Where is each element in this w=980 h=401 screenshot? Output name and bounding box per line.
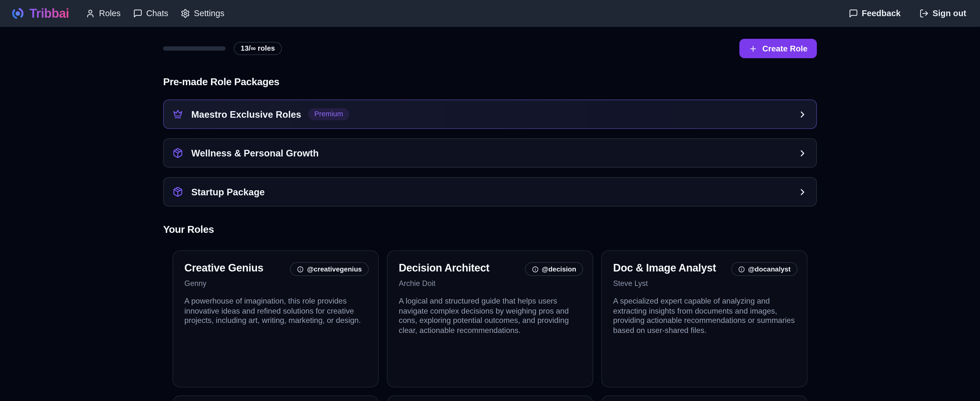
role-handle: @docanalyst bbox=[748, 265, 791, 273]
role-card-partial[interactable] bbox=[601, 395, 808, 401]
nav-label: Chats bbox=[146, 9, 168, 18]
package-row-maestro[interactable]: Maestro Exclusive Roles Premium bbox=[163, 99, 817, 129]
top-nav-bar: Tribbai Roles Chats Settings bbox=[0, 0, 980, 27]
role-cards-grid: Creative Genius @creativegenius Genny A … bbox=[163, 250, 817, 387]
package-name: Startup Package bbox=[191, 187, 264, 197]
brand-wordmark: Tribbai bbox=[29, 6, 69, 21]
secondary-nav: Feedback Sign out bbox=[848, 9, 966, 18]
package-row-startup[interactable]: Startup Package bbox=[163, 177, 817, 206]
role-title: Creative Genius bbox=[185, 262, 263, 275]
nav-label: Feedback bbox=[862, 9, 900, 18]
package-name: Maestro Exclusive Roles bbox=[191, 109, 301, 120]
info-icon bbox=[531, 266, 538, 273]
package-icon bbox=[172, 187, 183, 197]
chevron-right-icon bbox=[798, 109, 808, 119]
nav-label: Roles bbox=[99, 9, 121, 18]
role-handle-badge[interactable]: @decision bbox=[525, 262, 583, 276]
role-handle: @creativegenius bbox=[307, 265, 362, 273]
role-subtitle: Archie Doit bbox=[399, 279, 583, 288]
role-description: A specialized expert capable of analyzin… bbox=[613, 297, 798, 335]
role-description: A powerhouse of imagination, this role p… bbox=[185, 297, 369, 326]
role-card-partial[interactable] bbox=[172, 395, 379, 401]
message-square-icon bbox=[848, 9, 858, 18]
create-role-button[interactable]: Create Role bbox=[739, 39, 817, 58]
user-icon bbox=[86, 9, 95, 18]
role-card-decision-architect[interactable]: Decision Architect @decision Archie Doit… bbox=[387, 250, 593, 387]
roles-progress-bar bbox=[163, 46, 226, 51]
gear-icon bbox=[181, 9, 190, 18]
brand-home-link[interactable]: Tribbai bbox=[11, 6, 69, 21]
info-icon bbox=[297, 266, 304, 273]
role-card-doc-image-analyst[interactable]: Doc & Image Analyst @docanalyst Steve Ly… bbox=[601, 250, 808, 387]
chevron-right-icon bbox=[798, 187, 808, 197]
role-handle: @decision bbox=[542, 265, 576, 273]
role-handle-badge[interactable]: @creativegenius bbox=[290, 262, 369, 276]
role-card-creative-genius[interactable]: Creative Genius @creativegenius Genny A … bbox=[172, 250, 379, 387]
tribbai-logo-icon bbox=[11, 7, 24, 20]
roles-count-badge: 13/∞ roles bbox=[234, 42, 282, 55]
role-subtitle: Genny bbox=[185, 279, 369, 288]
package-icon bbox=[172, 148, 183, 158]
role-card-partial[interactable] bbox=[387, 395, 593, 401]
plus-icon bbox=[749, 44, 757, 53]
package-name: Wellness & Personal Growth bbox=[191, 148, 318, 158]
role-description: A logical and structured guide that help… bbox=[399, 297, 583, 335]
card-header: Decision Architect @decision bbox=[399, 262, 583, 276]
log-out-icon bbox=[920, 9, 929, 18]
packages-section-title: Pre-made Role Packages bbox=[163, 76, 817, 88]
role-handle-badge[interactable]: @docanalyst bbox=[731, 262, 797, 276]
nav-item-settings[interactable]: Settings bbox=[181, 9, 224, 18]
primary-nav: Roles Chats Settings bbox=[86, 9, 224, 18]
info-icon bbox=[738, 266, 745, 273]
role-subtitle: Steve Lyst bbox=[613, 279, 798, 288]
chevron-right-icon bbox=[798, 148, 808, 158]
crown-icon bbox=[172, 109, 183, 120]
roles-toolbar: 13/∞ roles Create Role bbox=[163, 39, 817, 58]
card-header: Doc & Image Analyst @docanalyst bbox=[613, 262, 798, 276]
card-header: Creative Genius @creativegenius bbox=[185, 262, 369, 276]
package-row-wellness[interactable]: Wellness & Personal Growth bbox=[163, 138, 817, 168]
nav-label: Sign out bbox=[932, 9, 966, 18]
message-square-icon bbox=[133, 9, 142, 18]
sign-out-button[interactable]: Sign out bbox=[920, 9, 966, 18]
create-role-label: Create Role bbox=[762, 44, 808, 53]
premium-badge: Premium bbox=[308, 108, 349, 120]
main-content: 13/∞ roles Create Role Pre-made Role Pac… bbox=[163, 39, 817, 401]
your-roles-section-title: Your Roles bbox=[163, 224, 817, 235]
nav-label: Settings bbox=[194, 9, 224, 18]
nav-item-chats[interactable]: Chats bbox=[133, 9, 168, 18]
app-root: Tribbai Roles Chats Settings bbox=[0, 0, 980, 401]
role-title: Decision Architect bbox=[399, 262, 490, 275]
nav-item-roles[interactable]: Roles bbox=[86, 9, 121, 18]
role-cards-grid-next-row bbox=[163, 395, 817, 401]
feedback-button[interactable]: Feedback bbox=[848, 9, 900, 18]
role-title: Doc & Image Analyst bbox=[613, 262, 716, 275]
package-list: Maestro Exclusive Roles Premium Wellness… bbox=[163, 99, 817, 206]
